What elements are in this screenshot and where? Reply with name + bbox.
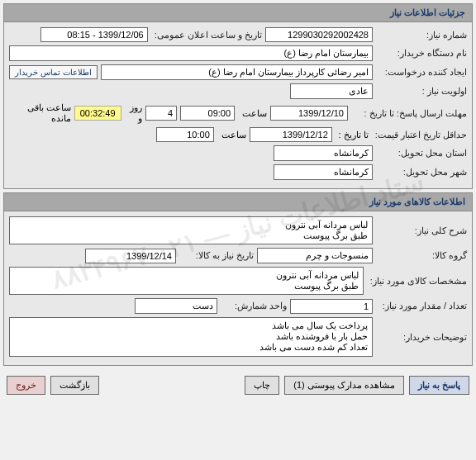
- min-credit-sublabel: تا تاریخ :: [336, 130, 369, 140]
- buyer-notes-label: توضیحات خریدار:: [376, 332, 467, 343]
- need-details-section: جزئیات اطلاعات نیاز شماره نیاز: 12990302…: [3, 3, 473, 189]
- days-remaining-field: 4: [145, 106, 177, 121]
- product-spec-label: مشخصات کالای مورد نیاز:: [367, 276, 467, 287]
- contact-buyer-button[interactable]: اطلاعات تماس خریدار: [9, 65, 98, 79]
- exit-button[interactable]: خروج: [7, 376, 45, 395]
- buyer-notes-field: پرداخت یک سال می باشد حمل بار با فروشنده…: [9, 317, 373, 357]
- need-number-field: 1299030292002428: [265, 27, 373, 42]
- general-desc-label: شرح کلی نیاز:: [376, 225, 467, 236]
- need-until-label: تاریخ نیاز به کالا:: [179, 250, 254, 261]
- days-label: روز و: [125, 102, 143, 124]
- time-label-1: ساعت: [238, 108, 267, 119]
- countdown-timer: 00:32:49: [74, 106, 121, 121]
- unit-label: واحد شمارش:: [221, 301, 287, 311]
- quantity-label: تعداد / مقدار مورد نیاز:: [376, 301, 467, 311]
- deliver-province-label: استان محل تحویل:: [376, 148, 467, 159]
- product-spec-field: لباس مردانه آبی نترون طبق برگ پیوست: [9, 267, 364, 295]
- product-group-field: منسوجات و چرم: [257, 248, 373, 263]
- respond-button[interactable]: پاسخ به نیاز: [409, 376, 469, 395]
- products-header: اطلاعات کالاهای مورد نیاز: [4, 193, 472, 211]
- need-until-field: 1399/12/14: [85, 249, 176, 263]
- min-credit-date-field: 1399/12/12: [250, 127, 332, 142]
- requester-label: ایجاد کننده درخواست:: [376, 67, 467, 78]
- deliver-city-label: شهر محل تحویل:: [376, 167, 467, 178]
- time-label-2: ساعت: [217, 130, 246, 140]
- priority-label: اولویت نیاز :: [376, 86, 467, 97]
- deadline-label: مهلت ارسال پاسخ: تا تاریخ :: [351, 108, 467, 119]
- remaining-label: ساعت باقی مانده: [9, 102, 71, 124]
- requester-field: امیر رضائی کارپرداز بیمارستان امام رضا (…: [101, 64, 373, 80]
- need-details-header: جزئیات اطلاعات نیاز: [4, 4, 472, 22]
- quantity-field: 1: [290, 299, 373, 314]
- priority-field: عادی: [290, 83, 373, 99]
- buyer-org-label: نام دستگاه خریدار:: [376, 48, 467, 59]
- need-number-label: شماره نیاز:: [376, 30, 467, 40]
- print-button[interactable]: چاپ: [245, 376, 279, 395]
- min-credit-label: حداقل تاریخ اعتبار قیمت:: [372, 130, 467, 140]
- footer-toolbar: پاسخ به نیاز مشاهده مدارک پیوستی (1) چاپ…: [0, 369, 476, 401]
- deadline-time-field: 09:00: [180, 106, 235, 121]
- product-group-label: گروه کالا:: [376, 250, 467, 261]
- attachments-button[interactable]: مشاهده مدارک پیوستی (1): [284, 376, 404, 395]
- announce-field: 1399/12/06 - 08:15: [40, 27, 148, 42]
- unit-field: دست: [135, 298, 217, 314]
- deliver-province-field: کرمانشاه: [274, 145, 373, 161]
- min-credit-time-field: 10:00: [156, 127, 214, 142]
- announce-label: تاریخ و ساعت اعلان عمومی:: [151, 30, 262, 40]
- buyer-org-field: بیمارستان امام رضا (ع): [9, 45, 373, 61]
- deliver-city-field: کرمانشاه: [274, 164, 373, 180]
- back-button[interactable]: بازگشت: [50, 376, 99, 395]
- deadline-date-field: 1399/12/10: [270, 106, 348, 121]
- general-desc-field: لباس مردانه آبی نترون طبق برگ پیوست: [9, 216, 373, 244]
- products-section: اطلاعات کالاهای مورد نیاز شرح کلی نیاز: …: [3, 192, 473, 366]
